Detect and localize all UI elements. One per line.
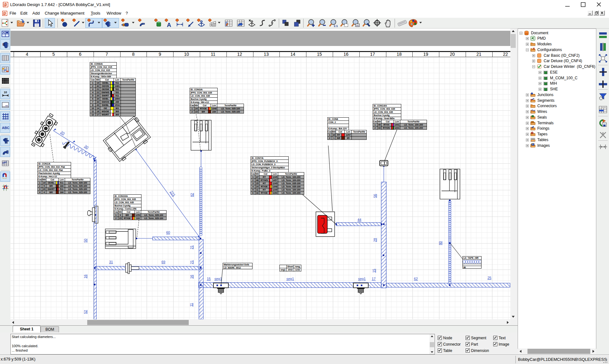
svg-text:29: 29 (373, 238, 377, 242)
svg-text:25: 25 (488, 276, 491, 280)
svg-text:16: 16 (83, 275, 87, 278)
svg-text:221: 221 (169, 190, 176, 197)
svg-text:A: A (167, 22, 171, 28)
svg-text:ABC: ABC (2, 126, 10, 130)
svg-text:15: 15 (207, 277, 211, 281)
svg-text:80: 80 (438, 241, 442, 245)
svg-text:10: 10 (4, 91, 7, 94)
svg-text:21: 21 (190, 245, 193, 249)
svg-text:69: 69 (161, 260, 165, 264)
svg-text:50: 50 (83, 239, 87, 243)
svg-text:21: 21 (190, 260, 193, 264)
svg-text:30: 30 (84, 144, 89, 150)
svg-text:11: 11 (189, 303, 193, 307)
svg-text:56: 56 (373, 194, 377, 198)
svg-text:62: 62 (414, 277, 418, 281)
svg-text:15: 15 (372, 269, 376, 273)
svg-text:31: 31 (109, 260, 113, 264)
svg-text:82: 82 (190, 193, 194, 197)
svg-text:1:1: 1:1 (334, 24, 338, 28)
svg-text:17: 17 (372, 277, 376, 281)
svg-text:44: 44 (357, 218, 361, 222)
svg-text:seg1: seg1 (286, 277, 294, 281)
svg-text:60: 60 (166, 231, 170, 234)
svg-text:52: 52 (83, 310, 87, 314)
svg-text:20: 20 (60, 130, 65, 136)
svg-text:16: 16 (190, 275, 193, 279)
svg-text:seg1: seg1 (214, 277, 222, 281)
svg-text:seg1: seg1 (358, 277, 366, 281)
